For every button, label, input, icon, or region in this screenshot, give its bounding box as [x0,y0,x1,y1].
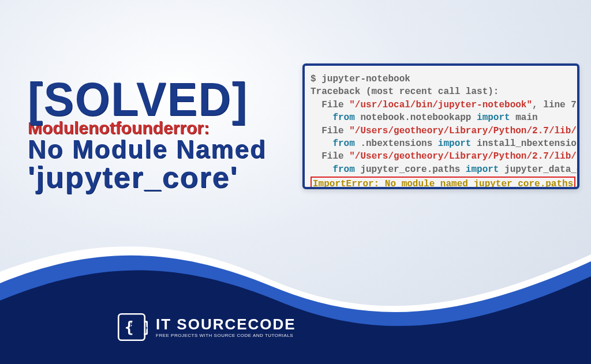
code-l2c: .nbextensions [355,138,438,149]
code-l2-from: from [332,138,354,149]
code-l3-import: import [466,164,499,175]
logo-brand: IT SOURCECODE [156,317,296,332]
code-error-box: ImportError: No module named jupyter_cor… [311,177,575,189]
code-l2-import: import [438,138,472,149]
logo-icon: { } ; [115,311,148,343]
code-error-text: ImportError: No module named jupyter_cor… [313,179,573,189]
logo-text: IT SOURCECODE FREE PROJECTS WITH SOURCE … [156,317,296,338]
code-traceback-head: Traceback (most recent call last): [311,87,499,97]
svg-text:;: ; [130,320,133,327]
code-file3-path: "/Users/geotheory/Library/Python/2.7/lib… [349,151,579,162]
code-l3a [311,164,332,175]
code-file1-tail: , line [532,100,571,110]
code-l3c: jupyter_core.paths [355,164,466,175]
code-l3e: jupyter_data_di [499,164,579,175]
logo-block: { } ; IT SOURCECODE FREE PROJECTS WITH S… [115,311,296,343]
svg-text:{ }: { } [125,318,148,336]
code-file2: File [311,126,349,136]
code-prompt: $ jupyter-notebook [311,74,410,84]
code-l1a [311,112,332,123]
code-file1: File [311,100,349,110]
code-file1-end: , [577,100,579,110]
code-file2-path: "/Users/geotheory/Library/Python/2.7/lib… [349,126,579,136]
code-l2a [311,138,332,149]
code-file3: File [311,151,349,162]
title-solved: [SOLVED] [28,78,269,121]
code-l3-from: from [332,164,354,175]
code-file1-num: 7 [571,100,577,110]
code-l1-from: from [332,112,354,123]
code-l1c: notebook.notebookapp [355,112,477,123]
title-block: [SOLVED] Modulenotfounderror: No Module … [28,78,282,192]
code-l2e: install_nbextension [471,138,579,149]
code-l1e: main [510,112,538,123]
code-l1-import: import [477,112,510,123]
code-file1-path: "/usr/local/bin/jupyter-notebook" [349,100,532,110]
title-no-module: No Module Named [28,137,282,162]
logo-tagline: FREE PROJECTS WITH SOURCE CODE AND TUTOR… [156,333,296,338]
code-panel: $ jupyter-notebook Traceback (most recen… [302,63,579,189]
title-module-name: 'jupyter_core' [28,162,282,192]
